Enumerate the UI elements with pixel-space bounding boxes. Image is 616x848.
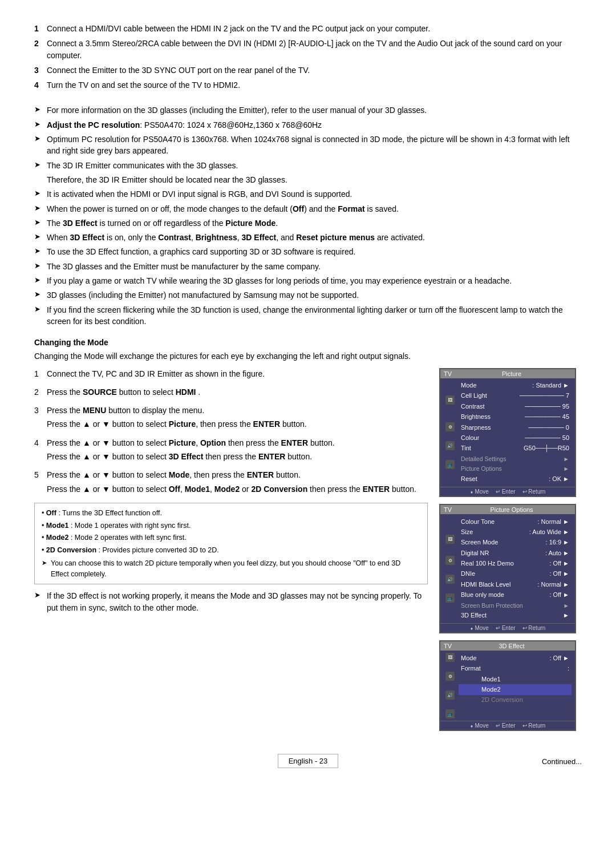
tv-icon-2a: 🖼 (445, 535, 455, 544)
bullet-arrow-item: ➤ You can choose this to watch 2D pictur… (42, 558, 420, 580)
arrow-item-3b: Therefore, the 3D IR Emitter should be l… (47, 174, 582, 185)
english-label: English - 23 (289, 757, 328, 765)
menu1-row-brightness: Brightness──────── 45 (459, 412, 572, 422)
bullet-1: Off : Turns the 3D Effect function off. (42, 508, 420, 519)
arrow-text-7: The 3D Effect is turned on or off regard… (47, 217, 278, 229)
tv-label-3: TV (444, 643, 452, 649)
step-content-4: Press the ▲ or ▼ button to select Pictur… (47, 437, 428, 465)
tv-icon-3b: ⚙ (445, 672, 455, 681)
tv-title-3: 3D Effect (499, 643, 525, 649)
tv-icon-2d: 📺 (445, 593, 455, 603)
arrow-text-5: It is activated when the HDMI or DVI inp… (47, 188, 352, 200)
numbered-list: 1 Connect a HDMI/DVI cable between the H… (34, 23, 582, 94)
footer-move-1: ⬧ Move (470, 488, 489, 495)
step-text-3b: Press the ▲ or ▼ button to select Pictur… (47, 418, 428, 430)
item-num-3: 3 (34, 64, 47, 76)
arrow-text-3: The 3D IR Emitter communicates with the … (47, 160, 238, 171)
tv-icons-1: 🖼 ⚙ 🔊 📺 (444, 381, 456, 485)
page-footer: English - 23 Continued... (34, 748, 582, 768)
english-badge: English - 23 (278, 754, 339, 768)
left-column: 1 Connect the TV, PC and 3D IR Emitter a… (34, 368, 428, 732)
step-num-5: 5 (34, 469, 47, 497)
footer-return-1: ↩ Return (522, 488, 546, 495)
arrow-icon-1: ➤ (34, 119, 47, 131)
menu1-row-tint: TintG50──┼──R50 (459, 443, 572, 454)
step-num-4: 4 (34, 437, 47, 465)
arrow-text-1: Adjust the PC resolution: PS50A470: 1024… (47, 119, 322, 131)
step-num-3: 3 (34, 405, 47, 433)
tv-menu-picture: TV Picture 🖼 ⚙ 🔊 📺 (439, 368, 576, 498)
final-arrow-item: ➤ If the 3D effect is not working proper… (34, 590, 428, 613)
menu3-row-2dconv: 2D Conversion (459, 695, 572, 705)
arrow-item-11: ➤ If you play a game or watch TV while w… (34, 275, 582, 286)
menu1-row-detailed: Detailed Settings► (459, 454, 572, 464)
tv-icon-1c: 🔊 (445, 441, 455, 450)
menu2-row-blue: Blue only mode: Off ► (459, 590, 572, 600)
item-text-4: Turn the TV on and set the source of the… (47, 79, 240, 91)
arrow-item-12: ➤ 3D glasses (including the Emitter) not… (34, 289, 582, 301)
tv-menu-picture-options: TV Picture Options 🖼 ⚙ 🔊 📺 (439, 504, 576, 633)
arrow-text-12: 3D glasses (including the Emitter) not m… (47, 289, 359, 301)
step-content-1: Connect the TV, PC and 3D IR Emitter as … (47, 368, 428, 382)
bullet-box: Off : Turns the 3D Effect function off. … (34, 503, 428, 585)
arrow-icon-12: ➤ (34, 289, 47, 301)
menu2-row-hdmi: HDMI Black Level: Normal ► (459, 579, 572, 589)
step-num-2: 2 (34, 386, 47, 400)
arrow-icon-2: ➤ (34, 134, 47, 157)
arrow-icon-9: ➤ (34, 246, 47, 257)
arrow-icon-10: ➤ (34, 261, 47, 272)
menu2-row-burn: Screen Burn Protection► (459, 600, 572, 611)
tv-menu-1-header: TV Picture (440, 369, 575, 378)
tv-icon-2b: ⚙ (445, 556, 455, 565)
step-text-3a: Press the MENU button to display the men… (47, 405, 428, 416)
bullet-2: Mode1 : Mode 1 operates with right sync … (42, 520, 420, 531)
bullet-arrow-text: You can choose this to watch 2D picture … (51, 558, 420, 580)
menu2-row-real100: Real 100 Hz Demo: Off ► (459, 559, 572, 569)
section-heading: Changing the Mode (34, 338, 582, 347)
footer-enter-1: ↵ Enter (496, 488, 516, 495)
arrow-icon-7: ➤ (34, 217, 47, 229)
step-2: 2 Press the SOURCE button to select HDMI… (34, 386, 428, 400)
main-content: 1 Connect a HDMI/DVI cable between the H… (34, 23, 582, 768)
arrow-text-9: To use the 3D Effect function, a graphic… (47, 246, 355, 257)
menu2-row-tone: Colour Tone: Normal ► (459, 516, 572, 527)
tv-icon-3c: 🔊 (445, 690, 455, 700)
bullet-4: 2D Conversion : Provides picture convert… (42, 545, 420, 556)
menu2-row-screen: Screen Mode: 16:9 ► (459, 538, 572, 548)
menu2-row-3d: 3D Effect► (459, 611, 572, 621)
tv-icons-2: 🖼 ⚙ 🔊 📺 (444, 516, 456, 621)
step-text-5a: Press the ▲ or ▼ button to select Mode, … (47, 469, 428, 480)
final-arrow-text: If the 3D effect is not working properly… (47, 590, 428, 613)
footer-enter-2: ↵ Enter (496, 625, 516, 631)
arrow-item-0: ➤ For more information on the 3D glasses… (34, 104, 582, 116)
item-num-4: 4 (34, 79, 47, 91)
step-4: 4 Press the ▲ or ▼ button to select Pict… (34, 437, 428, 465)
footer-enter-3: ↵ Enter (496, 722, 516, 729)
footer-move-3: ⬧ Move (470, 722, 489, 729)
tv-menu-3-header: TV 3D Effect (440, 641, 575, 651)
footer-return-3: ↩ Return (522, 722, 546, 729)
arrow-icon-5: ➤ (34, 188, 47, 200)
tv-icon-1d: 📺 (445, 460, 455, 469)
arrow-text-13: If you find the screen flickering while … (47, 304, 582, 328)
menu2-row-size: Size: Auto Wide ► (459, 527, 572, 537)
arrow-text-10: The 3D glasses and the Emitter must be m… (47, 261, 321, 272)
arrow-item-13: ➤ If you find the screen flickering whil… (34, 304, 582, 328)
numbered-item-3: 3 Connect the Emitter to the 3D SYNC OUT… (34, 64, 582, 76)
numbered-item-1: 1 Connect a HDMI/DVI cable between the H… (34, 23, 582, 34)
tv-menu-3-body: 🖼 ⚙ 🔊 📺 Mode: Off ► Format: (440, 651, 575, 721)
step-text-4b: Press the ▲ or ▼ button to select 3D Eff… (47, 451, 428, 462)
tv-menu-2-body: 🖼 ⚙ 🔊 📺 Colour Tone: Normal ► Si (440, 514, 575, 623)
menu1-row-cell: Cell Light────────── 7 (459, 391, 572, 401)
menu3-row-mode1: Mode1 (459, 674, 572, 684)
arrow-items-list: ➤ For more information on the 3D glasses… (34, 104, 582, 330)
numbered-item-2: 2 Connect a 3.5mm Stereo/2RCA cable betw… (34, 38, 582, 61)
bullet-arrow-icon: ➤ (42, 558, 51, 580)
tv-icon-3a: 🖼 (445, 653, 455, 662)
arrow-text-6: When the power is turned on or off, the … (47, 203, 399, 215)
arrow-text-0: For more information on the 3D glasses (… (47, 104, 427, 116)
item-num-1: 1 (34, 23, 47, 34)
arrow-text-11: If you play a game or watch TV while wea… (47, 275, 512, 286)
arrow-icon-6: ➤ (34, 203, 47, 215)
menu3-row-mode2: Mode2 (459, 684, 572, 694)
